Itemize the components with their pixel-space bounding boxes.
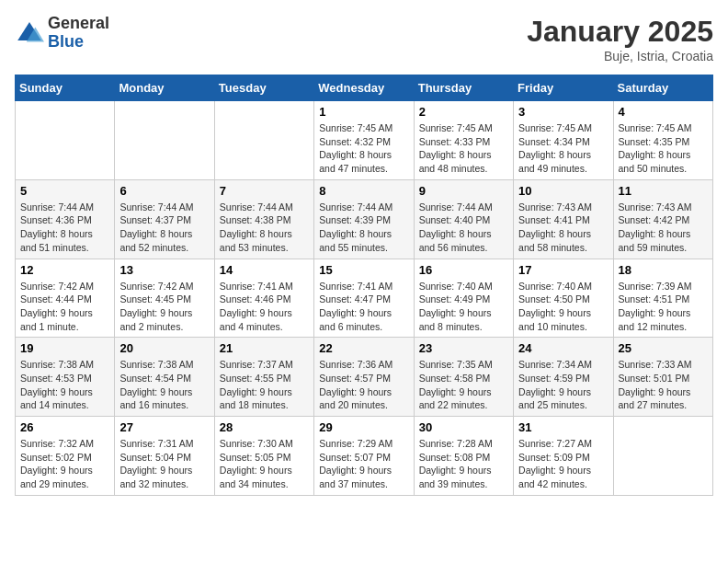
day-number: 29 [319,420,408,434]
day-number: 30 [419,420,508,434]
header-cell-thursday: Thursday [414,75,513,101]
calendar-cell: 29Sunrise: 7:29 AM Sunset: 5:07 PM Dayli… [314,417,414,496]
day-number: 23 [419,341,508,355]
title-block: January 2025 Buje, Istria, Croatia [527,15,713,63]
calendar-table: SundayMondayTuesdayWednesdayThursdayFrid… [15,75,713,496]
calendar-cell [214,101,313,180]
day-info: Sunrise: 7:42 AM Sunset: 4:45 PM Dayligh… [119,280,209,334]
day-number: 1 [319,105,408,119]
day-number: 7 [220,184,309,198]
day-info: Sunrise: 7:44 AM Sunset: 4:39 PM Dayligh… [319,201,408,255]
day-info: Sunrise: 7:42 AM Sunset: 4:44 PM Dayligh… [20,280,109,334]
header-cell-wednesday: Wednesday [314,75,414,101]
calendar-header: SundayMondayTuesdayWednesdayThursdayFrid… [16,75,713,101]
header-cell-tuesday: Tuesday [214,75,313,101]
calendar-cell: 22Sunrise: 7:36 AM Sunset: 4:57 PM Dayli… [314,338,414,417]
day-info: Sunrise: 7:44 AM Sunset: 4:38 PM Dayligh… [220,201,309,255]
calendar-cell: 13Sunrise: 7:42 AM Sunset: 4:45 PM Dayli… [115,259,214,338]
day-number: 18 [619,263,708,277]
day-number: 14 [220,263,309,277]
header-cell-sunday: Sunday [16,75,115,101]
day-number: 10 [518,184,608,198]
page-header: General Blue January 2025 Buje, Istria, … [15,15,713,63]
day-info: Sunrise: 7:33 AM Sunset: 5:01 PM Dayligh… [619,358,708,412]
day-number: 27 [119,420,209,434]
day-info: Sunrise: 7:41 AM Sunset: 4:47 PM Dayligh… [319,280,408,334]
day-number: 5 [20,184,109,198]
calendar-body: 1Sunrise: 7:45 AM Sunset: 4:32 PM Daylig… [16,101,713,496]
calendar-cell: 25Sunrise: 7:33 AM Sunset: 5:01 PM Dayli… [613,338,712,417]
day-info: Sunrise: 7:31 AM Sunset: 5:04 PM Dayligh… [119,437,209,491]
day-number: 17 [518,263,608,277]
calendar-cell: 7Sunrise: 7:44 AM Sunset: 4:38 PM Daylig… [214,179,313,259]
calendar-cell: 9Sunrise: 7:44 AM Sunset: 4:40 PM Daylig… [414,179,513,259]
day-info: Sunrise: 7:29 AM Sunset: 5:07 PM Dayligh… [319,437,408,491]
day-info: Sunrise: 7:30 AM Sunset: 5:05 PM Dayligh… [220,437,309,491]
day-number: 6 [119,184,209,198]
day-number: 15 [319,263,408,277]
calendar-cell: 8Sunrise: 7:44 AM Sunset: 4:39 PM Daylig… [314,179,414,259]
header-cell-friday: Friday [514,75,613,101]
header-cell-monday: Monday [115,75,214,101]
day-info: Sunrise: 7:45 AM Sunset: 4:33 PM Dayligh… [419,121,508,176]
location-text: Buje, Istria, Croatia [527,49,713,63]
week-row-2: 12Sunrise: 7:42 AM Sunset: 4:44 PM Dayli… [16,259,713,338]
day-info: Sunrise: 7:27 AM Sunset: 5:09 PM Dayligh… [518,437,608,491]
month-title: January 2025 [527,15,713,49]
day-number: 19 [20,341,109,355]
day-info: Sunrise: 7:44 AM Sunset: 4:37 PM Dayligh… [119,201,209,255]
week-row-1: 5Sunrise: 7:44 AM Sunset: 4:36 PM Daylig… [16,179,713,259]
day-info: Sunrise: 7:28 AM Sunset: 5:08 PM Dayligh… [419,437,508,491]
calendar-cell: 31Sunrise: 7:27 AM Sunset: 5:09 PM Dayli… [514,417,613,496]
logo: General Blue [15,15,109,52]
day-number: 20 [119,341,209,355]
day-info: Sunrise: 7:40 AM Sunset: 4:50 PM Dayligh… [518,280,608,334]
day-info: Sunrise: 7:45 AM Sunset: 4:34 PM Dayligh… [518,121,608,176]
header-cell-saturday: Saturday [613,75,712,101]
calendar-cell: 1Sunrise: 7:45 AM Sunset: 4:32 PM Daylig… [314,101,414,180]
day-info: Sunrise: 7:45 AM Sunset: 4:32 PM Dayligh… [319,121,408,176]
day-info: Sunrise: 7:43 AM Sunset: 4:41 PM Dayligh… [518,201,608,255]
day-info: Sunrise: 7:44 AM Sunset: 4:36 PM Dayligh… [20,201,109,255]
logo-icon [15,18,44,48]
calendar-cell: 2Sunrise: 7:45 AM Sunset: 4:33 PM Daylig… [414,101,513,180]
day-number: 11 [619,184,708,198]
day-info: Sunrise: 7:37 AM Sunset: 4:55 PM Dayligh… [220,358,309,412]
day-number: 12 [20,263,109,277]
day-number: 13 [119,263,209,277]
calendar-cell: 15Sunrise: 7:41 AM Sunset: 4:47 PM Dayli… [314,259,414,338]
calendar-cell [16,101,115,180]
day-info: Sunrise: 7:44 AM Sunset: 4:40 PM Dayligh… [419,201,508,255]
day-number: 16 [419,263,508,277]
week-row-0: 1Sunrise: 7:45 AM Sunset: 4:32 PM Daylig… [16,101,713,180]
calendar-cell: 14Sunrise: 7:41 AM Sunset: 4:46 PM Dayli… [214,259,313,338]
day-number: 31 [518,420,608,434]
day-info: Sunrise: 7:35 AM Sunset: 4:58 PM Dayligh… [419,358,508,412]
day-number: 26 [20,420,109,434]
day-number: 8 [319,184,408,198]
day-info: Sunrise: 7:41 AM Sunset: 4:46 PM Dayligh… [220,280,309,334]
header-row: SundayMondayTuesdayWednesdayThursdayFrid… [16,75,713,101]
day-info: Sunrise: 7:38 AM Sunset: 4:54 PM Dayligh… [119,358,209,412]
calendar-cell: 27Sunrise: 7:31 AM Sunset: 5:04 PM Dayli… [115,417,214,496]
calendar-cell [613,417,712,496]
day-info: Sunrise: 7:34 AM Sunset: 4:59 PM Dayligh… [518,358,608,412]
day-info: Sunrise: 7:32 AM Sunset: 5:02 PM Dayligh… [20,437,109,491]
calendar-cell: 17Sunrise: 7:40 AM Sunset: 4:50 PM Dayli… [514,259,613,338]
calendar-cell: 24Sunrise: 7:34 AM Sunset: 4:59 PM Dayli… [514,338,613,417]
calendar-cell: 18Sunrise: 7:39 AM Sunset: 4:51 PM Dayli… [613,259,712,338]
day-info: Sunrise: 7:45 AM Sunset: 4:35 PM Dayligh… [619,121,708,176]
calendar-cell: 30Sunrise: 7:28 AM Sunset: 5:08 PM Dayli… [414,417,513,496]
day-info: Sunrise: 7:43 AM Sunset: 4:42 PM Dayligh… [619,201,708,255]
calendar-cell: 21Sunrise: 7:37 AM Sunset: 4:55 PM Dayli… [214,338,313,417]
day-info: Sunrise: 7:40 AM Sunset: 4:49 PM Dayligh… [419,280,508,334]
calendar-cell: 26Sunrise: 7:32 AM Sunset: 5:02 PM Dayli… [16,417,115,496]
calendar-cell: 20Sunrise: 7:38 AM Sunset: 4:54 PM Dayli… [115,338,214,417]
day-number: 24 [518,341,608,355]
calendar-cell: 23Sunrise: 7:35 AM Sunset: 4:58 PM Dayli… [414,338,513,417]
day-number: 4 [619,105,708,119]
logo-general-text: General [48,15,109,33]
day-number: 2 [419,105,508,119]
calendar-cell: 12Sunrise: 7:42 AM Sunset: 4:44 PM Dayli… [16,259,115,338]
day-number: 25 [619,341,708,355]
